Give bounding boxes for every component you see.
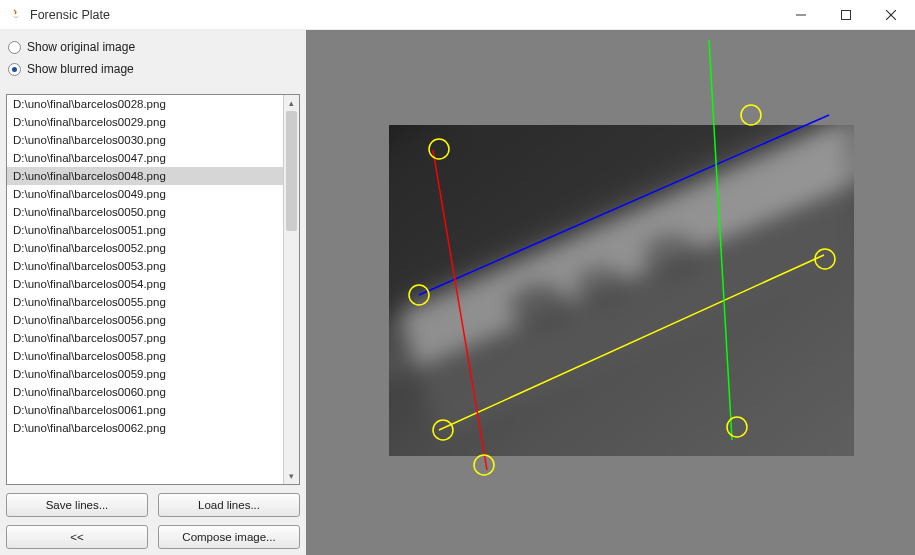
file-item[interactable]: D:\uno\final\barcelos0052.png (7, 239, 283, 257)
scroll-thumb[interactable] (286, 111, 297, 231)
minimize-button[interactable] (778, 1, 823, 29)
radio-label: Show blurred image (27, 62, 134, 76)
radio-show-blurred[interactable]: Show blurred image (6, 58, 300, 80)
back-button[interactable]: << (6, 525, 148, 549)
image-panel[interactable] (306, 30, 915, 555)
load-lines-button[interactable]: Load lines... (158, 493, 300, 517)
radio-label: Show original image (27, 40, 135, 54)
file-item[interactable]: D:\uno\final\barcelos0048.png (7, 167, 283, 185)
file-item[interactable]: D:\uno\final\barcelos0053.png (7, 257, 283, 275)
window-controls (778, 1, 913, 29)
window-title: Forensic Plate (30, 8, 778, 22)
titlebar: Forensic Plate (0, 0, 915, 30)
file-item[interactable]: D:\uno\final\barcelos0062.png (7, 419, 283, 437)
file-item[interactable]: D:\uno\final\barcelos0049.png (7, 185, 283, 203)
maximize-button[interactable] (823, 1, 868, 29)
file-item[interactable]: D:\uno\final\barcelos0055.png (7, 293, 283, 311)
file-item[interactable]: D:\uno\final\barcelos0059.png (7, 365, 283, 383)
svg-point-19 (741, 105, 761, 125)
file-item[interactable]: D:\uno\final\barcelos0056.png (7, 311, 283, 329)
file-item[interactable]: D:\uno\final\barcelos0028.png (7, 95, 283, 113)
file-item[interactable]: D:\uno\final\barcelos0054.png (7, 275, 283, 293)
java-icon (8, 7, 24, 23)
compose-image-button[interactable]: Compose image... (158, 525, 300, 549)
file-list[interactable]: D:\uno\final\barcelos0028.pngD:\uno\fina… (6, 94, 300, 485)
save-lines-button[interactable]: Save lines... (6, 493, 148, 517)
scroll-up-icon[interactable]: ▴ (284, 95, 299, 111)
file-item[interactable]: D:\uno\final\barcelos0058.png (7, 347, 283, 365)
radio-icon (8, 63, 21, 76)
radio-show-original[interactable]: Show original image (6, 36, 300, 58)
button-row-1: Save lines... Load lines... (6, 493, 300, 517)
file-item[interactable]: D:\uno\final\barcelos0047.png (7, 149, 283, 167)
left-panel: Show original image Show blurred image D… (0, 30, 306, 555)
file-item[interactable]: D:\uno\final\barcelos0029.png (7, 113, 283, 131)
scrollbar[interactable]: ▴ ▾ (283, 95, 299, 484)
svg-point-10 (644, 234, 701, 278)
file-item[interactable]: D:\uno\final\barcelos0050.png (7, 203, 283, 221)
content-area: Show original image Show blurred image D… (0, 30, 915, 555)
file-item[interactable]: D:\uno\final\barcelos0060.png (7, 383, 283, 401)
file-item[interactable]: D:\uno\final\barcelos0051.png (7, 221, 283, 239)
file-item[interactable]: D:\uno\final\barcelos0057.png (7, 329, 283, 347)
file-item[interactable]: D:\uno\final\barcelos0030.png (7, 131, 283, 149)
svg-point-9 (576, 267, 626, 307)
scroll-down-icon[interactable]: ▾ (284, 468, 299, 484)
svg-point-18 (474, 455, 494, 475)
svg-rect-1 (841, 10, 850, 19)
radio-icon (8, 41, 21, 54)
file-item[interactable]: D:\uno\final\barcelos0061.png (7, 401, 283, 419)
image-frame (389, 125, 854, 456)
button-row-2: << Compose image... (6, 525, 300, 549)
svg-point-8 (510, 285, 571, 329)
close-button[interactable] (868, 1, 913, 29)
blurred-image (389, 125, 854, 456)
